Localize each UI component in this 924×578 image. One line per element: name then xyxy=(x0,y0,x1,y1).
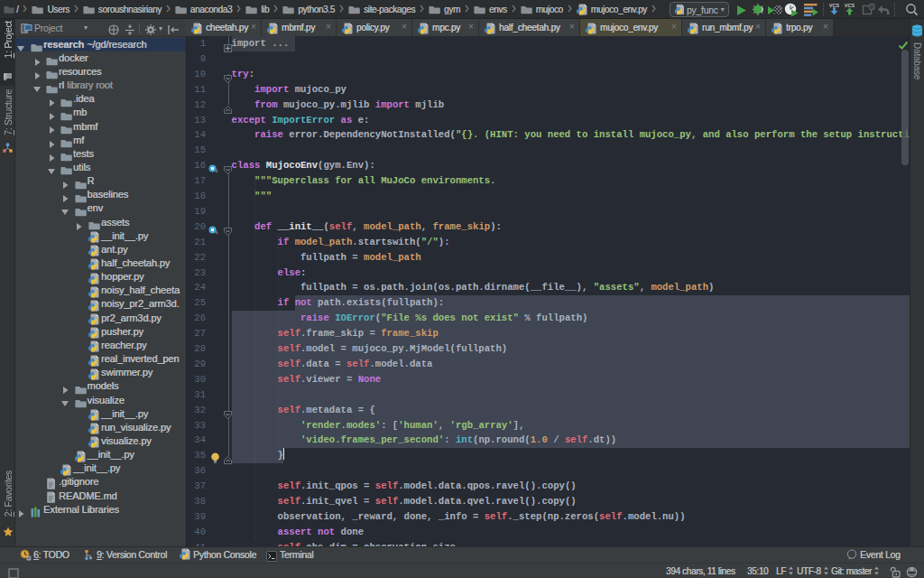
svg-text:VCS: VCS xyxy=(845,3,855,8)
svg-text:VCS: VCS xyxy=(829,3,839,8)
